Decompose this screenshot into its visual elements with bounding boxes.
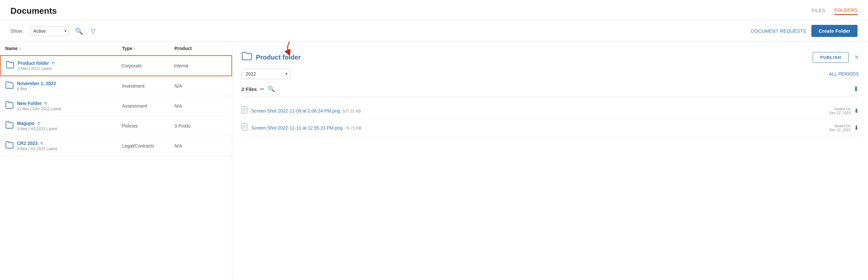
download-all-button[interactable]: ⬇ [853,85,859,93]
close-button[interactable]: × [855,53,859,62]
file-size: 76.71 KB [345,126,361,130]
added-on-date: Dec 12, 2022 [829,111,851,115]
detail-folder-name: Product folder [256,54,301,61]
filter-button[interactable]: ▽ [89,26,97,36]
col-type[interactable]: Type ↓ [122,46,175,51]
sync-icon: ↻ [44,101,48,106]
added-on-label: Added On [829,124,851,128]
table-header: Name ↓ Type ↓ Product [0,42,232,55]
folder-icon [6,61,14,70]
document-requests-button[interactable]: DOCUMENT REQUESTS [751,28,806,34]
file-row: Screen Shot 2022-11-09 at 2.06.24 PM.png… [242,102,859,119]
file-download-button[interactable]: ⬇ [854,124,859,131]
folder-icon [5,101,14,111]
toolbar-left: Show : Active Inactive All 🔍 ▽ [10,26,97,36]
period-select-wrapper: 2022 2021 2020 All Periods [242,69,291,79]
detail-title-row: Product folder [242,52,301,63]
table-row[interactable]: Product folder ↻ 2 files | 2022 Latest C… [0,55,232,76]
folder-icon [5,82,14,91]
show-select-wrapper: Active Inactive All [30,26,69,36]
file-list-panel: Name ↓ Type ↓ Product [0,42,232,279]
folder-icon [5,141,14,151]
folder-icon [5,121,14,130]
all-periods-link[interactable]: ALL PERIODS [829,71,859,76]
file-size: 527.31 KB [343,109,361,114]
sync-icon: ↻ [37,121,40,126]
col-product: Product [175,46,227,51]
col-name[interactable]: Name ↓ [5,46,122,51]
sync-icon: ↻ [52,61,55,65]
show-select[interactable]: Active Inactive All [30,26,69,36]
folder-detail-panel: Click Here Product folder [232,42,868,279]
nav-files[interactable]: FILES [811,7,825,14]
search-files-button[interactable]: 🔍 [268,85,275,93]
file-meta-right: Added On Dec 12, 2022 ⬇ [829,107,859,115]
file-row: Screen Shot 2022-11-11 at 12.55.23 PM.pn… [242,119,859,136]
detail-folder-icon [242,52,252,63]
table-row[interactable]: New Folder ↻ 12 files | Dec 2022 Latest … [0,96,232,116]
page-title: Documents [10,6,57,16]
sync-icon: ↻ [40,141,43,146]
files-count-row: 2 Files ✏ 🔍 ⬇ [242,85,859,97]
files-count-text: 2 Files [242,86,257,92]
toolbar-right: DOCUMENT REQUESTS Create Folder [751,25,858,37]
detail-header: Product folder PUBLISH × [242,52,859,63]
table-row[interactable]: Magopo ↻ 3 files | H2,2023 Latest Polici… [0,116,232,136]
edit-files-button[interactable]: ✏ [260,86,265,92]
nav-folders[interactable]: FOLDERS [834,7,858,15]
table-row[interactable]: November 1, 2022 6 files Investment N/A [0,76,232,96]
folder-info: Product folder ↻ 2 files | 2022 Latest [6,61,121,71]
file-meta-right: Added On Dec 12, 2022 ⬇ [829,124,859,132]
toolbar: Show : Active Inactive All 🔍 ▽ DOCUMENT … [0,20,868,42]
table-row[interactable]: CR2 2023 ↻ 4 files | H2,2023 Latest Lega… [0,136,232,156]
main-content: Name ↓ Type ↓ Product [0,42,868,279]
added-on-date: Dec 12, 2022 [829,128,851,132]
file-doc-icon [242,106,247,115]
period-select[interactable]: 2022 2021 2020 All Periods [242,69,291,79]
file-link[interactable]: Screen Shot 2022-11-11 at 12.55.23 PM.pn… [251,125,343,130]
added-on-label: Added On [829,107,851,111]
period-row: 2022 2021 2020 All Periods ALL PERIODS [242,69,859,79]
create-folder-button[interactable]: Create Folder [811,25,858,37]
show-label: Show : [10,28,25,34]
file-link[interactable]: Screen Shot 2022-11-09 at 2.06.24 PM.png [251,108,340,114]
file-doc-icon [242,123,247,132]
search-button[interactable]: 🔍 [73,26,85,36]
publish-button[interactable]: PUBLISH [813,52,849,63]
top-nav: FILES FOLDERS [811,7,858,15]
file-download-button[interactable]: ⬇ [854,107,859,115]
